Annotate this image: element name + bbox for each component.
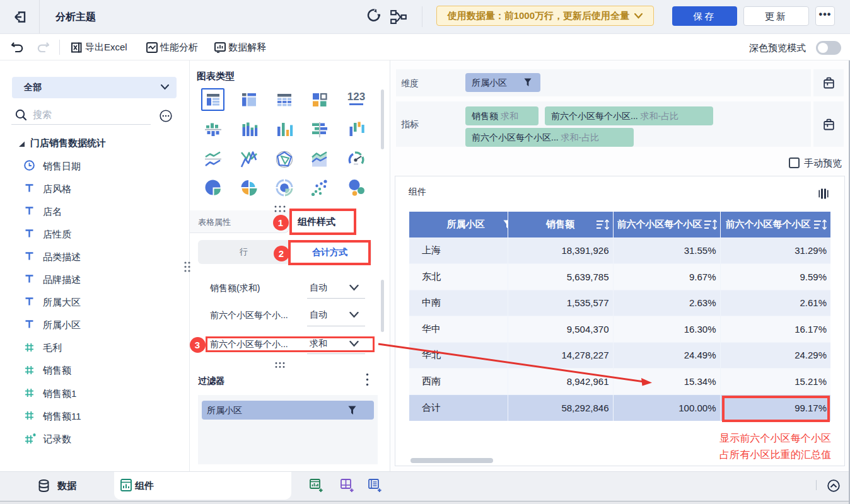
svg-text:123: 123 [347,91,365,103]
